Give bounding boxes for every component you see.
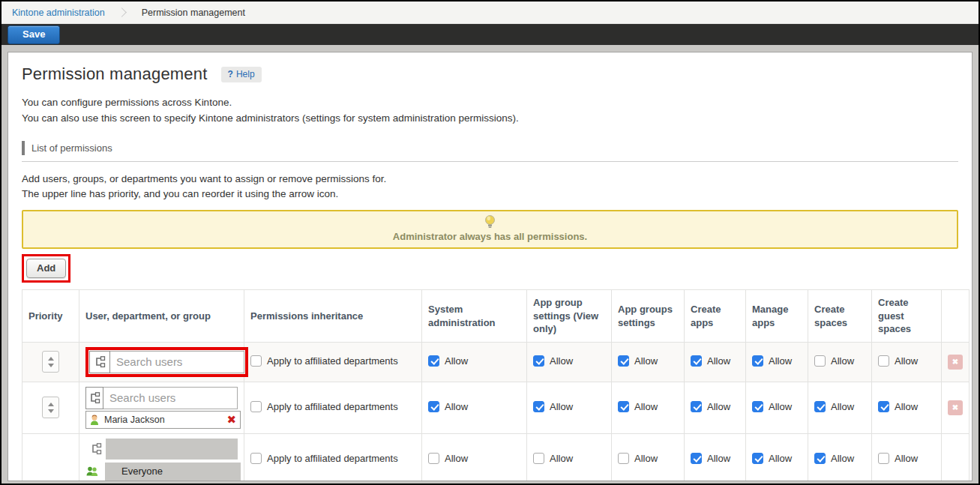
allow-checkbox[interactable] (691, 401, 702, 412)
allow-checkbox[interactable] (428, 453, 439, 464)
apply-affiliated-checkbox[interactable] (250, 453, 262, 464)
everyone-entry: Everyone (85, 463, 241, 481)
permission-row-2: Maria Jackson Apply to affiliated depart… (22, 382, 970, 433)
allow-option[interactable]: Allow (618, 453, 658, 464)
allow-checkbox[interactable] (428, 355, 439, 367)
allow-checkbox[interactable] (878, 453, 889, 464)
selected-user-name: Maria Jackson (104, 415, 165, 425)
allow-checkbox[interactable] (533, 401, 544, 412)
col-header-create-spaces: Create spaces (808, 290, 872, 343)
allow-checkbox[interactable] (752, 355, 763, 367)
allow-option[interactable]: Allow (878, 355, 918, 367)
allow-option[interactable]: Allow (618, 401, 658, 412)
help-link[interactable]: ? Help (221, 67, 262, 82)
add-button[interactable]: Add (26, 259, 66, 278)
allow-label: Allow (445, 401, 468, 412)
allow-label: Allow (831, 355, 854, 367)
allow-checkbox[interactable] (691, 355, 702, 367)
content-background: Permission management ? Help You can con… (1, 45, 979, 484)
allow-checkbox[interactable] (752, 453, 763, 464)
allow-option[interactable]: Allow (814, 453, 854, 464)
permission-row-1: Apply to affiliated departments Allow Al… (22, 342, 970, 382)
allow-label: Allow (550, 401, 573, 412)
allow-option[interactable]: Allow (814, 401, 854, 412)
allow-checkbox[interactable] (878, 401, 889, 412)
allow-checkbox[interactable] (618, 355, 629, 367)
allow-checkbox[interactable] (814, 453, 826, 464)
delete-row-button[interactable] (948, 400, 963, 415)
apply-affiliated-checkbox[interactable] (250, 355, 262, 367)
allow-checkbox[interactable] (814, 401, 826, 412)
selected-user-entry: Maria Jackson (85, 411, 241, 429)
main-panel: Permission management ? Help You can con… (7, 52, 973, 481)
allow-option[interactable]: Allow (533, 453, 573, 464)
delete-row-button[interactable] (948, 355, 963, 370)
allow-checkbox[interactable] (618, 401, 629, 412)
allow-label: Allow (634, 401, 658, 412)
col-header-user-department-group: User, department, or group (79, 290, 244, 343)
arrow-down-icon (48, 364, 54, 367)
allow-option[interactable]: Allow (752, 453, 792, 464)
col-header-create-apps: Create apps (685, 290, 746, 343)
org-tree-picker-button[interactable] (89, 351, 110, 373)
col-header-manage-apps: Manage apps (746, 290, 808, 343)
allow-label: Allow (707, 355, 730, 367)
app-window: Kintone administration Permission manage… (0, 0, 980, 485)
allow-label: Allow (634, 355, 658, 367)
section-title: List of permissions (22, 141, 112, 155)
breadcrumb-link-kintone-administration[interactable]: Kintone administration (12, 7, 105, 18)
allow-label: Allow (895, 453, 918, 464)
search-users-input[interactable] (110, 351, 244, 373)
allow-checkbox[interactable] (691, 453, 702, 464)
save-button[interactable]: Save (7, 25, 60, 44)
col-header-create-guest-spaces: Create guest spaces (872, 290, 942, 343)
allow-label: Allow (445, 453, 468, 464)
allow-checkbox[interactable] (533, 453, 544, 464)
allow-checkbox[interactable] (533, 355, 544, 367)
priority-reorder-spinner[interactable] (42, 397, 59, 418)
allow-option[interactable]: Allow (752, 401, 792, 412)
allow-option[interactable]: Allow (428, 401, 468, 412)
remove-user-button[interactable] (226, 414, 236, 425)
allow-checkbox[interactable] (752, 401, 763, 412)
inheritance-option[interactable]: Apply to affiliated departments (250, 355, 398, 367)
allow-option[interactable]: Allow (691, 401, 730, 412)
allow-option[interactable]: Allow (814, 355, 854, 367)
allow-label: Allow (550, 355, 573, 367)
apply-affiliated-checkbox[interactable] (250, 401, 262, 412)
arrow-up-icon (48, 357, 54, 361)
allow-option[interactable]: Allow (618, 355, 658, 367)
allow-checkbox[interactable] (814, 355, 826, 367)
allow-option[interactable]: Allow (533, 355, 573, 367)
allow-label: Allow (445, 355, 468, 367)
highlight-box-search-users (85, 347, 248, 377)
allow-checkbox[interactable] (428, 401, 439, 412)
col-header-permissions-inheritance: Permissions inheritance (244, 290, 422, 343)
inheritance-label: Apply to affiliated departments (267, 401, 398, 412)
col-header-app-group-settings-view-only: App group settings (View only) (527, 290, 612, 343)
allow-label: Allow (769, 401, 792, 412)
inheritance-option[interactable]: Apply to affiliated departments (250, 453, 398, 464)
admin-notice-banner: Administrator always has all permissions… (22, 210, 958, 249)
section-header: List of permissions (22, 141, 958, 162)
org-tree-icon (94, 356, 106, 368)
arrow-up-icon (48, 403, 54, 406)
allow-option[interactable]: Allow (691, 355, 730, 367)
allow-option[interactable]: Allow (878, 453, 918, 464)
allow-checkbox[interactable] (878, 355, 889, 367)
inheritance-option[interactable]: Apply to affiliated departments (250, 401, 398, 412)
allow-option[interactable]: Allow (878, 401, 918, 412)
breadcrumb-chevron-icon (117, 7, 127, 17)
allow-option[interactable]: Allow (752, 355, 792, 367)
allow-checkbox[interactable] (618, 453, 629, 464)
allow-option[interactable]: Allow (428, 453, 468, 464)
search-users-input[interactable] (103, 387, 238, 409)
breadcrumb-current: Permission management (142, 7, 245, 18)
allow-option[interactable]: Allow (428, 355, 468, 367)
org-tree-picker-button[interactable] (85, 387, 103, 409)
priority-reorder-spinner[interactable] (42, 351, 59, 373)
allow-option[interactable]: Allow (533, 401, 573, 412)
allow-label: Allow (769, 355, 792, 367)
permission-row-3: Everyone Apply to affiliated departments… (22, 433, 970, 481)
allow-option[interactable]: Allow (691, 453, 730, 464)
